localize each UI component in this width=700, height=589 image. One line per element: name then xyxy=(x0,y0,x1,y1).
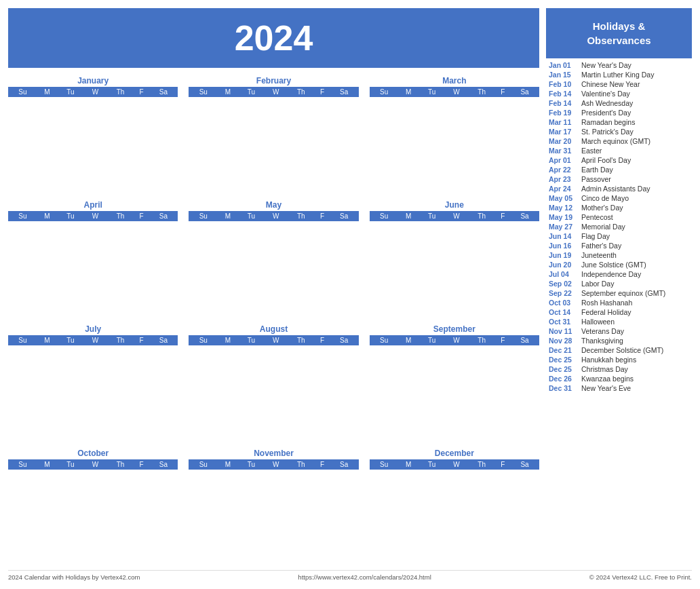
weekday-header: Su xyxy=(370,211,399,221)
weekday-header: Sa xyxy=(149,87,178,97)
holiday-name: Rosh Hashanah xyxy=(581,299,632,307)
holiday-name: Ramadan begins xyxy=(581,118,635,126)
weekday-header: M xyxy=(37,335,57,345)
year-header: 2024 xyxy=(8,8,539,68)
holiday-item: Feb 10Chinese New Year xyxy=(549,80,689,88)
holiday-date: May 27 xyxy=(549,223,579,231)
holiday-date: Sep 22 xyxy=(549,289,579,297)
holiday-name: Veterans Day xyxy=(581,327,624,335)
weekday-header: F xyxy=(496,87,510,97)
weekday-header: Tu xyxy=(419,211,446,221)
weekday-header: Tu xyxy=(57,211,84,221)
weekday-header: Sa xyxy=(149,459,178,470)
weekday-header: Sa xyxy=(510,335,539,345)
holiday-name: Cinco de Mayo xyxy=(581,194,629,202)
sidebar: Holidays &Observances Jan 01New Year's D… xyxy=(546,8,692,565)
holiday-name: December Solstice (GMT) xyxy=(581,346,663,354)
weekday-header: Th xyxy=(468,459,496,470)
month-march: MarchSuMTuWThFSa xyxy=(370,76,539,192)
month-title: August xyxy=(189,324,358,334)
weekday-header: M xyxy=(218,335,237,345)
holiday-item: Mar 31Easter xyxy=(549,147,689,155)
weekday-header: Su xyxy=(189,335,218,345)
weekday-header: W xyxy=(84,87,106,97)
month-april: AprilSuMTuWThFSa xyxy=(8,200,178,316)
weekday-header: F xyxy=(134,459,149,470)
footer-right: © 2024 Vertex42 LLC. Free to Print. xyxy=(589,573,692,581)
holiday-name: New Year's Day xyxy=(581,61,631,69)
holiday-item: Feb 14Ash Wednesday xyxy=(549,99,689,107)
weekday-header: M xyxy=(37,459,57,470)
weekday-header: Tu xyxy=(57,87,84,97)
weekday-header: W xyxy=(84,211,106,221)
holiday-item: May 05Cinco de Mayo xyxy=(549,194,689,202)
month-january: JanuarySuMTuWThFSa xyxy=(8,76,178,192)
holiday-date: Apr 22 xyxy=(549,166,579,174)
weekday-header: Su xyxy=(370,459,399,470)
holiday-name: Christmas Day xyxy=(581,365,628,373)
weekday-header: W xyxy=(84,459,106,470)
holiday-date: Jun 20 xyxy=(549,261,579,269)
holiday-name: Passover xyxy=(581,175,611,183)
holiday-name: September equinox (GMT) xyxy=(581,289,665,297)
holiday-item: May 12Mother's Day xyxy=(549,204,689,212)
holiday-date: Nov 28 xyxy=(549,337,579,345)
weekday-header: Su xyxy=(189,211,218,221)
holiday-date: Dec 25 xyxy=(549,356,579,364)
holiday-date: Nov 11 xyxy=(549,327,579,335)
holiday-name: Kwanzaa begins xyxy=(581,375,634,383)
holiday-date: Jan 01 xyxy=(549,61,579,69)
holiday-item: Oct 31Halloween xyxy=(549,318,689,326)
weekday-header: Su xyxy=(370,87,399,97)
month-september: SeptemberSuMTuWThFSa xyxy=(370,324,539,440)
holiday-item: Jun 14Flag Day xyxy=(549,232,689,240)
holiday-name: Easter xyxy=(581,147,602,155)
weekday-header: Th xyxy=(106,335,134,345)
holiday-name: June Solstice (GMT) xyxy=(581,261,646,269)
holiday-item: Nov 11Veterans Day xyxy=(549,327,689,335)
holiday-date: Mar 31 xyxy=(549,147,579,155)
holiday-item: Feb 14Valentine's Day xyxy=(549,90,689,98)
holiday-date: Mar 11 xyxy=(549,118,579,126)
weekday-header: Sa xyxy=(330,87,359,97)
weekday-header: Su xyxy=(189,459,218,470)
month-title: December xyxy=(370,449,539,458)
holiday-date: Oct 14 xyxy=(549,308,579,316)
holiday-name: Thanksgiving xyxy=(581,337,623,345)
weekday-header: Sa xyxy=(510,459,539,470)
holiday-name: Earth Day xyxy=(581,166,613,174)
weekday-header: Sa xyxy=(330,211,359,221)
month-november: NovemberSuMTuWThFSa xyxy=(189,449,358,565)
weekday-header: F xyxy=(134,87,149,97)
holiday-date: Oct 03 xyxy=(549,299,579,307)
weekday-header: M xyxy=(218,459,237,470)
weekday-header: W xyxy=(265,87,287,97)
weekday-header: Th xyxy=(106,211,134,221)
holiday-name: March equinox (GMT) xyxy=(581,137,650,145)
weekday-header: F xyxy=(315,459,329,470)
weekday-header: Sa xyxy=(330,459,359,470)
holiday-item: Dec 25Christmas Day xyxy=(549,365,689,373)
weekday-header: W xyxy=(265,211,287,221)
month-title: March xyxy=(370,76,539,86)
holiday-item: Dec 25Hanukkah begins xyxy=(549,356,689,364)
weekday-header: F xyxy=(496,459,510,470)
month-june: JuneSuMTuWThFSa xyxy=(370,200,539,316)
holiday-date: Feb 14 xyxy=(549,99,579,107)
weekday-header: M xyxy=(218,211,237,221)
weekday-header: Tu xyxy=(57,335,84,345)
holiday-item: Dec 31New Year's Eve xyxy=(549,384,689,392)
weekday-header: F xyxy=(134,335,149,345)
weekday-header: M xyxy=(218,87,237,97)
weekday-header: Th xyxy=(106,87,134,97)
weekday-header: M xyxy=(399,335,419,345)
weekday-header: Tu xyxy=(419,87,446,97)
month-title: November xyxy=(189,449,358,458)
holiday-name: Labor Day xyxy=(581,280,614,288)
weekday-header: Th xyxy=(468,335,496,345)
weekday-header: Su xyxy=(8,459,37,470)
holiday-date: Mar 20 xyxy=(549,137,579,145)
weekday-header: F xyxy=(315,87,329,97)
month-title: January xyxy=(8,76,178,86)
holiday-date: Dec 25 xyxy=(549,365,579,373)
